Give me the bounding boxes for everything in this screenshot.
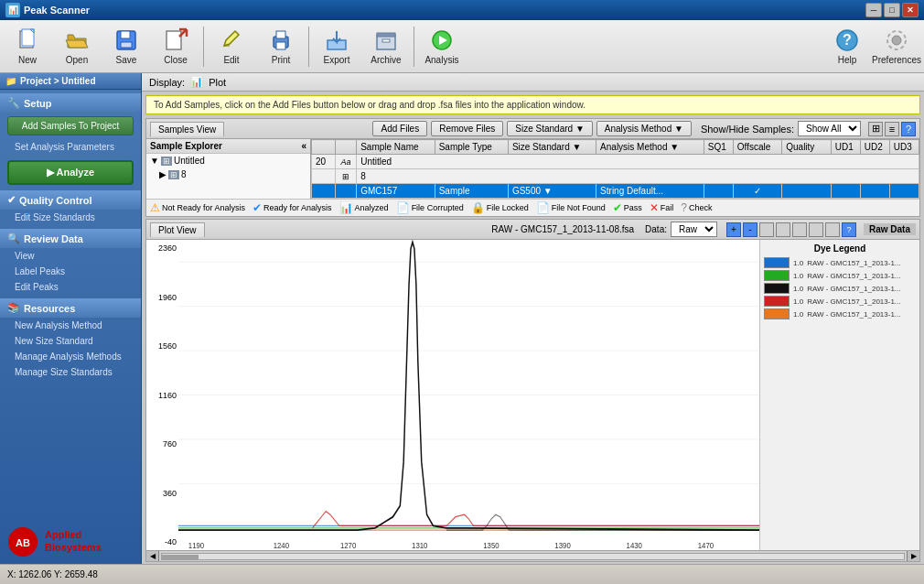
svg-text:1350: 1350 xyxy=(483,540,499,550)
size-standard-button[interactable]: Size Standard ▼ xyxy=(507,121,593,136)
resources-icon: 📚 xyxy=(7,302,20,314)
analysis-button[interactable]: Analysis xyxy=(418,23,466,70)
set-analysis-item[interactable]: Set Analysis Parameters xyxy=(0,139,141,155)
col-quality[interactable]: Quality xyxy=(782,140,831,155)
edit-peaks-item[interactable]: Edit Peaks xyxy=(0,279,141,295)
list-view-button[interactable]: ≡ xyxy=(885,122,899,136)
open-label: Open xyxy=(66,55,88,65)
scroll-right[interactable]: ▶ xyxy=(907,551,919,562)
review-data-header[interactable]: 🔍 Review Data xyxy=(0,229,141,248)
legend-not-ready: ⚠ Not Ready for Analysis xyxy=(150,201,245,214)
col-sample-name[interactable]: Sample Name xyxy=(357,140,435,155)
table-area: Sample Name Sample Type Size Standard ▼ … xyxy=(311,139,919,199)
svg-rect-5 xyxy=(121,31,130,38)
review-label: Review Data xyxy=(24,233,83,244)
setup-header[interactable]: 🔧 Setup xyxy=(0,93,141,113)
table-row-untitled[interactable]: 20 Aa Untitled xyxy=(312,155,919,169)
manage-analysis-item[interactable]: Manage Analysis Methods xyxy=(0,349,141,364)
save-icon xyxy=(113,27,139,53)
table-row-gmc157[interactable]: GMC157 Sample GS500 ▼ String Default... … xyxy=(312,184,919,199)
col-size-std[interactable]: Size Standard ▼ xyxy=(508,140,596,155)
analyze-button[interactable]: ▶ Analyze xyxy=(7,160,134,185)
col-ud1[interactable]: UD1 xyxy=(831,140,860,155)
manage-size-item[interactable]: Manage Size Standards xyxy=(0,364,141,380)
scroll-thumb[interactable] xyxy=(162,555,199,560)
new-button[interactable]: New xyxy=(4,23,51,70)
show-hide-label: Show/Hide Samples: xyxy=(701,124,794,135)
edit-button[interactable]: Edit xyxy=(208,23,255,70)
maximize-button[interactable]: □ xyxy=(884,3,900,17)
col-analysis[interactable]: Analysis Method ▼ xyxy=(596,140,704,155)
label-peaks-item[interactable]: Label Peaks xyxy=(0,264,141,279)
plot-view-tab[interactable]: Plot View xyxy=(150,222,205,237)
svg-text:Biosystems: Biosystems xyxy=(45,542,102,553)
view-item[interactable]: View xyxy=(0,248,141,264)
view-btn2[interactable] xyxy=(776,222,790,237)
scroll-track xyxy=(161,553,905,560)
table-row-8[interactable]: ⊞ 8 xyxy=(312,169,919,184)
save-button[interactable]: Save xyxy=(102,23,150,70)
plot-scrollbar[interactable]: ◀ ▶ xyxy=(146,550,919,561)
close-tb-button[interactable]: Close xyxy=(152,23,199,70)
edit-size-standards-item[interactable]: Edit Size Standards xyxy=(0,210,141,225)
view-btn1[interactable] xyxy=(759,222,774,237)
quality-control-header[interactable]: ✔ Quality Control xyxy=(0,190,141,210)
legend-corrupted: 📄 File Corrupted xyxy=(396,201,464,214)
export-button[interactable]: Export xyxy=(313,23,360,70)
svg-point-23 xyxy=(892,36,901,45)
archive-button[interactable]: Archive xyxy=(362,23,410,70)
data-select[interactable]: Raw xyxy=(671,222,717,237)
preferences-label: Preferences xyxy=(872,55,921,65)
col-offscale[interactable]: Offscale xyxy=(733,140,781,155)
close-button[interactable]: ✕ xyxy=(902,3,919,17)
col-ud2[interactable]: UD2 xyxy=(860,140,889,155)
file-label: RAW - GMC157_1_2013-11-08.fsa xyxy=(491,224,634,234)
svg-text:1240: 1240 xyxy=(274,540,289,550)
new-size-standard-item[interactable]: New Size Standard xyxy=(0,333,141,349)
new-analysis-item[interactable]: New Analysis Method xyxy=(0,318,141,333)
zoom-in-button[interactable]: + xyxy=(726,222,741,237)
close-tb-label: Close xyxy=(164,55,188,65)
view-btn4[interactable] xyxy=(809,222,823,237)
status-coords: X: 1262.06 Y: 2659.48 xyxy=(7,569,98,579)
grid-view-button[interactable]: ⊞ xyxy=(868,122,883,136)
legend-locked: 🔒 File Locked xyxy=(471,201,529,214)
export-label: Export xyxy=(324,55,350,65)
resources-label: Resources xyxy=(24,303,75,314)
project-header: 📁 Project > Untitled xyxy=(0,73,141,90)
show-hide-select[interactable]: Show All xyxy=(798,121,861,136)
analysis-method-button[interactable]: Analysis Method ▼ xyxy=(596,121,692,136)
resources-header[interactable]: 📚 Resources xyxy=(0,298,141,318)
preferences-button[interactable]: Preferences xyxy=(873,23,920,70)
add-samples-button[interactable]: Add Samples To Project xyxy=(7,116,134,135)
col-sample-type[interactable]: Sample Type xyxy=(435,140,508,155)
help-plot-button[interactable]: ? xyxy=(842,222,856,237)
y-axis: 2360 1960 1560 1160 760 360 -40 xyxy=(146,240,178,550)
plot-container: Plot View RAW - GMC157_1_2013-11-08.fsa … xyxy=(145,219,920,562)
samples-view-tab[interactable]: Samples View xyxy=(150,122,224,136)
minimize-button[interactable]: ─ xyxy=(865,3,882,17)
archive-icon xyxy=(373,27,399,53)
view-btn5[interactable] xyxy=(825,222,840,237)
legend-analyzed: 📊 Analyzed xyxy=(339,201,389,214)
remove-files-button[interactable]: Remove Files xyxy=(431,121,503,136)
help-button[interactable]: ? Help xyxy=(823,23,871,70)
zoom-out-button[interactable]: - xyxy=(743,222,757,237)
dye-row-1: 1.0 RAW - GMC157_1_2013-1... xyxy=(764,270,916,281)
edit-label: Edit xyxy=(223,55,239,65)
legend-fail: ✕ Fail xyxy=(650,201,674,214)
status-legend: ⚠ Not Ready for Analysis ✔ Ready for Ana… xyxy=(146,199,919,216)
app-icon: 📊 xyxy=(5,3,20,17)
col-sq1[interactable]: SQ1 xyxy=(704,140,733,155)
plot-canvas[interactable]: 1190 1240 1270 1310 1350 1390 1430 1470 xyxy=(178,240,759,550)
scroll-left[interactable]: ◀ xyxy=(146,551,159,562)
info-button[interactable]: ? xyxy=(901,122,916,136)
open-button[interactable]: Open xyxy=(53,23,101,70)
view-btn3[interactable] xyxy=(792,222,807,237)
svg-text:1270: 1270 xyxy=(340,540,356,550)
add-files-button[interactable]: Add Files xyxy=(372,121,427,136)
col-ud3[interactable]: UD3 xyxy=(889,140,919,155)
legend-not-found: 📄 File Not Found xyxy=(536,201,606,214)
archive-label: Archive xyxy=(371,55,401,65)
print-button[interactable]: Print xyxy=(257,23,305,70)
